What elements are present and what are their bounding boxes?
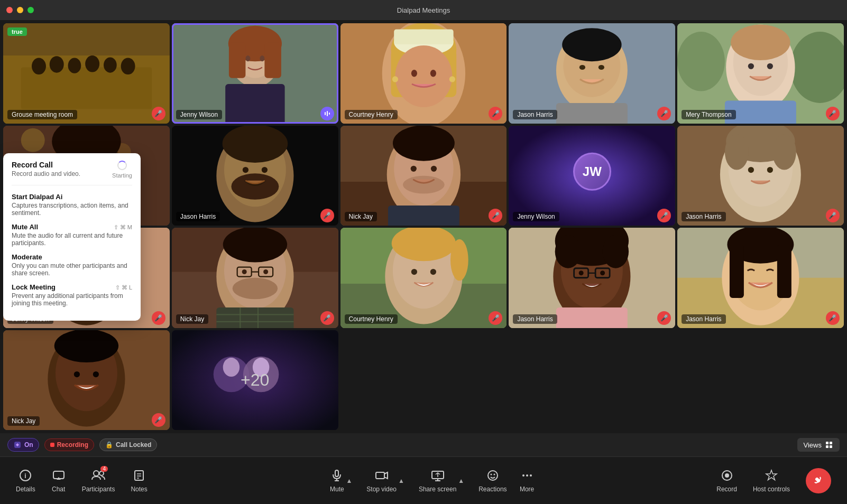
video-icon [374, 468, 389, 483]
speaking-icon-1[interactable] [320, 107, 334, 120]
name-label-3: Jason Harris [513, 110, 557, 119]
mute-icon-12[interactable]: 🎤 [489, 311, 502, 325]
mute-icon-6[interactable]: 🎤 [320, 209, 334, 222]
svg-text:i: i [25, 472, 26, 480]
video-tile-14[interactable]: Jason Harris 🎤 [677, 228, 844, 328]
svg-point-179 [725, 473, 729, 478]
close-button[interactable] [6, 7, 13, 13]
record-call-section: Record Call Record audio and video. Star… [12, 161, 132, 185]
ai-status-badge[interactable]: On [7, 438, 39, 452]
more-button[interactable]: More [520, 468, 535, 493]
svg-point-173 [490, 474, 492, 475]
rec-icon [50, 443, 54, 447]
app-title: Dialpad Meetings [397, 6, 450, 14]
record-icon [720, 468, 734, 483]
video-tile-4[interactable]: Mery Thompson 🎤 [677, 23, 844, 124]
video-tile-1[interactable]: Jenny Wilson [172, 23, 338, 124]
svg-point-71 [393, 126, 455, 161]
svg-rect-20 [327, 111, 328, 116]
video-tile-15[interactable]: Nick Jay 🎤 [3, 330, 170, 431]
host-controls-label: Host controls [753, 486, 790, 493]
locked-label: Call Locked [116, 441, 151, 449]
video-tile-2[interactable]: Courtney Henry 🎤 [340, 23, 507, 124]
recording-badge[interactable]: Recording [44, 438, 94, 451]
svg-point-82 [725, 134, 749, 170]
video-tile-6[interactable]: Jason Harris 🎤 [172, 126, 338, 226]
name-label-15: Nick Jay [7, 416, 40, 426]
mute-icon-11[interactable]: 🎤 [320, 311, 334, 325]
minimize-button[interactable] [17, 7, 23, 13]
share-screen-button[interactable]: Share screen [419, 468, 456, 493]
mute-icon-0[interactable]: 🎤 [152, 107, 165, 120]
svg-point-49 [748, 63, 754, 69]
svg-point-74 [430, 165, 436, 171]
ai-title: Start Dialpad Ai [12, 193, 132, 201]
lock-title: Lock Meeting [12, 283, 56, 291]
svg-point-142 [74, 371, 80, 377]
video-tile-0[interactable]: true Grouse meeting room 🎤 [3, 23, 170, 124]
details-button[interactable]: i Details [16, 468, 35, 493]
call-locked-badge[interactable]: 🔒 Call Locked [99, 438, 157, 451]
svg-point-63 [222, 126, 288, 163]
chat-button[interactable]: Chat [51, 468, 66, 493]
video-tile-16[interactable]: +20 [172, 330, 338, 431]
participants-button[interactable]: 4 Participants [82, 468, 115, 493]
svg-point-123 [555, 235, 581, 268]
svg-rect-137 [777, 245, 791, 298]
lock-desc: Prevent any additional participants from… [12, 292, 132, 307]
svg-point-5 [68, 58, 81, 73]
mute-icon-10[interactable]: 🎤 [152, 311, 165, 325]
mute-all-section[interactable]: Mute All ⇧ ⌘ M Mute the audio for all cu… [12, 223, 132, 247]
stop-video-button[interactable]: Stop video [366, 468, 397, 493]
video-tile-9[interactable]: Jason Harris 🎤 [677, 126, 844, 226]
video-tile-12[interactable]: Courtney Henry 🎤 [340, 228, 507, 328]
mute-icon-13[interactable]: 🎤 [657, 311, 671, 325]
video-tile-7[interactable]: Nick Jay 🎤 [340, 126, 507, 226]
leave-button[interactable] [806, 468, 831, 493]
record-button[interactable]: Record [716, 468, 737, 493]
share-chevron[interactable]: ▲ [456, 477, 466, 484]
mute-chevron[interactable]: ▲ [344, 477, 354, 484]
video-tile-3[interactable]: Jason Harris 🎤 [509, 23, 675, 124]
svg-point-17 [260, 55, 264, 61]
maximize-button[interactable] [27, 7, 34, 13]
toolbar-right: Record Host controls [716, 468, 831, 493]
notes-button[interactable]: Notes [131, 468, 147, 493]
video-tile-13[interactable]: Jason Harris 🎤 [509, 228, 675, 328]
video-tile-8[interactable]: JW Jenny Wilson 🎤 [509, 126, 675, 226]
svg-point-53 [21, 128, 45, 152]
moderate-section[interactable]: Moderate Only you can mute other partici… [12, 253, 132, 277]
ai-label: On [24, 441, 33, 449]
name-label-13: Jason Harris [513, 314, 557, 324]
svg-rect-160 [135, 471, 143, 480]
svg-point-177 [530, 474, 532, 477]
mute-icon-3[interactable]: 🎤 [657, 107, 671, 120]
reactions-icon [485, 468, 500, 483]
mute-icon-14[interactable]: 🎤 [826, 311, 840, 325]
mute-icon-2[interactable]: 🎤 [489, 107, 502, 120]
svg-point-33 [449, 76, 455, 82]
video-chevron[interactable]: ▲ [397, 477, 406, 484]
mute-icon-8[interactable]: 🎤 [657, 209, 671, 222]
ai-section[interactable]: Start Dialpad Ai Captures transcriptions… [12, 193, 132, 217]
mute-button[interactable]: Mute [329, 468, 344, 493]
name-label-4: Mery Thompson [682, 110, 735, 119]
svg-point-174 [493, 474, 495, 475]
host-controls-button[interactable]: Host controls [753, 468, 790, 493]
video-group: Stop video ▲ [366, 468, 406, 493]
svg-rect-180 [815, 477, 821, 482]
mute-icon-9[interactable]: 🎤 [826, 209, 840, 222]
reactions-button[interactable]: Reactions [478, 468, 507, 493]
ai-desc: Captures transcriptions, action items, a… [12, 202, 132, 217]
svg-rect-18 [225, 84, 284, 124]
video-tile-11[interactable]: Nick Jay 🎤 [172, 228, 338, 328]
svg-point-30 [411, 70, 417, 77]
mute-icon-4[interactable]: 🎤 [826, 107, 840, 120]
svg-point-16 [245, 55, 250, 61]
views-button[interactable]: Views [797, 438, 840, 452]
lock-meeting-section[interactable]: Lock Meeting ⇧ ⌘ L Prevent any additiona… [12, 283, 132, 307]
svg-point-128 [579, 270, 584, 275]
svg-point-159 [99, 471, 104, 475]
svg-point-158 [94, 471, 99, 476]
mute-icon-15[interactable]: 🎤 [152, 413, 165, 427]
